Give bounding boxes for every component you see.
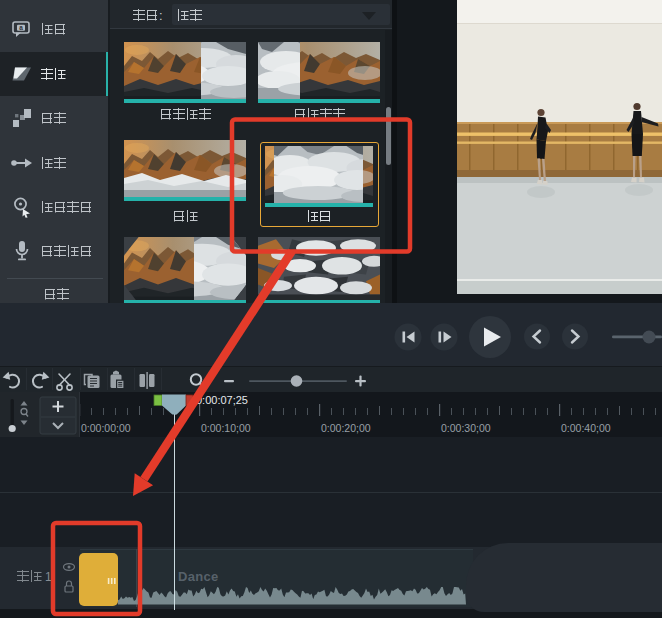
svg-text:a: a [19, 24, 23, 31]
